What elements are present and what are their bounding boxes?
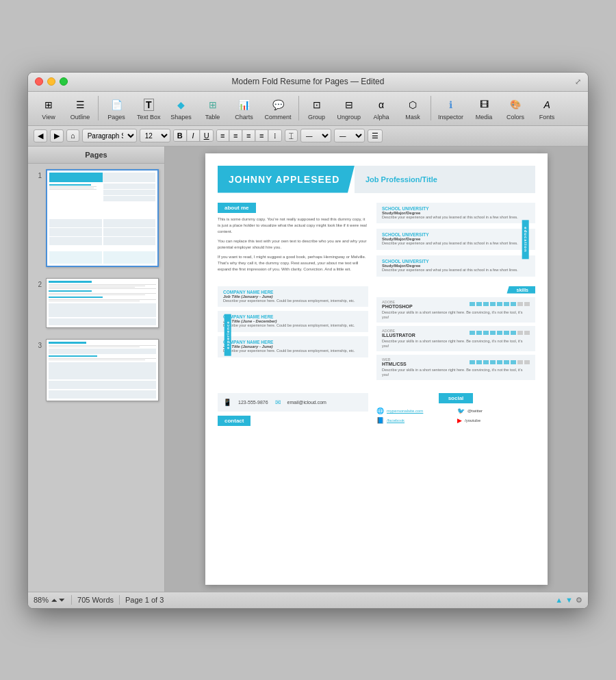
- textbox-icon: [139, 97, 158, 113]
- twitter-icon: 🐦: [457, 407, 465, 414]
- toolbar-table[interactable]: Table: [198, 95, 228, 123]
- skill-bars-1: [470, 302, 530, 306]
- align-left-button[interactable]: ≡: [217, 130, 229, 141]
- toolbar-colors[interactable]: Colors: [500, 95, 530, 123]
- underline-button[interactable]: U: [201, 130, 213, 141]
- toolbar-sep-3: [431, 96, 431, 121]
- toolbar-group-label: Group: [308, 114, 325, 121]
- page-thumb-3[interactable]: 3: [28, 333, 164, 407]
- exp-company-3: COMPANY NAME HERE: [223, 340, 363, 344]
- edu-entry-3[interactable]: SCHOOL UNIVERSITY Study/Major/Degree Des…: [376, 255, 535, 277]
- social-item-youtube[interactable]: ▶ /youtube: [457, 417, 535, 424]
- columns-button[interactable]: ⫶: [269, 130, 281, 141]
- contact-info[interactable]: 📱 123-555-9876 ✉ email@icloud.com: [218, 393, 368, 412]
- about-badge[interactable]: about me: [218, 203, 256, 213]
- sidebar-header: Pages: [28, 147, 164, 164]
- toolbar-ungroup[interactable]: Ungroup: [333, 95, 365, 123]
- social-facebook: /facebook: [387, 418, 405, 423]
- social-youtube: /youtube: [465, 418, 480, 423]
- page-thumbnail-2[interactable]: [46, 278, 159, 328]
- align-center-button[interactable]: ≡: [230, 130, 242, 141]
- align-justify-button[interactable]: ≡: [256, 130, 268, 141]
- skill-bar: [476, 331, 482, 335]
- resume-name[interactable]: JOHNNY APPLESEED: [229, 174, 344, 185]
- social-item-twitter[interactable]: 🐦 @twitter: [457, 407, 535, 414]
- nav-home-button[interactable]: ⌂: [66, 129, 79, 142]
- thumb-resume-1: [47, 171, 157, 266]
- page-thumb-1[interactable]: 1: [28, 164, 164, 273]
- alpha-icon: [372, 97, 391, 113]
- page-thumbnail-1[interactable]: [46, 169, 159, 267]
- doc-page: JOHNNY APPLESEED Job Profession/Title ab…: [205, 153, 548, 585]
- zoom-control[interactable]: 88% ⏶⏷: [34, 596, 66, 604]
- contact-phone: 123-555-9876: [238, 400, 268, 405]
- nav-forward-button[interactable]: ▶: [50, 129, 64, 142]
- skill-item-1[interactable]: ADOBE PHOTOSHOP: [376, 297, 535, 323]
- exp-entry-2[interactable]: COMPANY NAME HERE Job Title (June - Dece…: [218, 311, 368, 332]
- bold-button[interactable]: B: [174, 130, 187, 141]
- toolbar-comment[interactable]: Comment: [261, 95, 296, 123]
- social-twitter: @twitter: [467, 409, 483, 413]
- toolbar-fonts[interactable]: Fonts: [532, 95, 562, 123]
- about-para-1[interactable]: This is some dummy copy. You're not real…: [218, 216, 368, 235]
- font-size-select[interactable]: 12: [140, 129, 170, 142]
- zoom-stepper[interactable]: ⏶⏷: [51, 596, 66, 604]
- social-item-website[interactable]: 🌐 mypersonalsite.com: [376, 407, 454, 414]
- toolbar-inspector[interactable]: Inspector: [434, 95, 467, 123]
- toolbar-view[interactable]: View: [34, 95, 64, 123]
- exp-desc-3: Describe your experience here. Could be …: [223, 349, 363, 354]
- media-icon: [474, 97, 493, 113]
- scroll-up-button[interactable]: ▲: [555, 596, 563, 604]
- about-para-2[interactable]: You can replace this text with your own …: [218, 238, 368, 251]
- window-title: Modern Fold Resume for Pages — Edited: [232, 77, 385, 86]
- status-sep-2: [119, 595, 120, 605]
- italic-button[interactable]: I: [188, 130, 200, 141]
- skill-bar: [517, 302, 523, 306]
- page-thumb-2[interactable]: 2: [28, 273, 164, 333]
- globe-icon: 🌐: [376, 407, 384, 414]
- toolbar-mask-label: Mask: [405, 114, 420, 121]
- page-info: Page 1 of 3: [125, 596, 164, 604]
- toolbar-shapes[interactable]: Shapes: [166, 95, 196, 123]
- toolbar-mask[interactable]: Mask: [398, 95, 428, 123]
- window-resize[interactable]: ⤢: [575, 77, 581, 86]
- skill-bar: [490, 360, 496, 364]
- edu-entry-1[interactable]: SCHOOL UNIVERSITY Study/Major/Degree Des…: [376, 203, 535, 224]
- toolbar-outline[interactable]: Outline: [65, 95, 95, 123]
- skill-bar: [511, 360, 516, 364]
- exp-entry-1[interactable]: COMPANY NAME HERE Job Title (January - J…: [218, 286, 368, 307]
- maximize-button[interactable]: [60, 77, 68, 86]
- social-grid: 🌐 mypersonalsite.com 🐦 @twitter 📘 /face: [376, 407, 535, 424]
- spacing-select[interactable]: —: [300, 129, 331, 142]
- page-thumbnail-3[interactable]: [46, 339, 159, 401]
- close-button[interactable]: [35, 77, 43, 86]
- toolbar-textbox[interactable]: Text Box: [133, 95, 165, 123]
- nav-back-button[interactable]: ◀: [34, 129, 47, 142]
- toolbar-group[interactable]: Group: [302, 95, 332, 123]
- scroll-down-button[interactable]: ▼: [565, 596, 573, 604]
- minimize-button[interactable]: [47, 77, 55, 86]
- social-badge: social: [439, 393, 474, 403]
- toolbar-charts[interactable]: Charts: [229, 95, 259, 123]
- education-label: education: [522, 220, 528, 259]
- skill-bar: [517, 360, 523, 364]
- style-select[interactable]: Paragraph Style: [82, 129, 137, 142]
- about-left: about me This is some dummy copy. You're…: [218, 203, 368, 277]
- text-cursor-button[interactable]: ⌶: [285, 129, 298, 142]
- skill-item-2[interactable]: ADOBE ILLUSTRATOR: [376, 326, 535, 351]
- exp-entry-3[interactable]: COMPANY NAME HERE Job Title (January - J…: [218, 336, 368, 357]
- social-item-facebook[interactable]: 📘 /facebook: [376, 417, 454, 424]
- toolbar-alpha[interactable]: Alpha: [366, 95, 396, 123]
- skill-item-3[interactable]: WEB HTML/CSS: [376, 355, 535, 380]
- toolbar-pages[interactable]: Pages: [101, 95, 131, 123]
- phone-icon: 📱: [223, 399, 231, 406]
- indent-select[interactable]: —: [334, 129, 365, 142]
- education-right: SCHOOL UNIVERSITY Study/Major/Degree Des…: [376, 203, 535, 277]
- settings-button[interactable]: ⚙: [576, 596, 582, 605]
- list-button[interactable]: ☰: [368, 129, 383, 142]
- job-title[interactable]: Job Profession/Title: [365, 175, 437, 184]
- align-right-button[interactable]: ≡: [243, 130, 255, 141]
- toolbar-media[interactable]: Media: [469, 95, 499, 123]
- edu-entry-2[interactable]: SCHOOL UNIVERSITY Study/Major/Degree Des…: [376, 229, 535, 250]
- about-para-3[interactable]: If you want to read, I might suggest a g…: [218, 254, 368, 273]
